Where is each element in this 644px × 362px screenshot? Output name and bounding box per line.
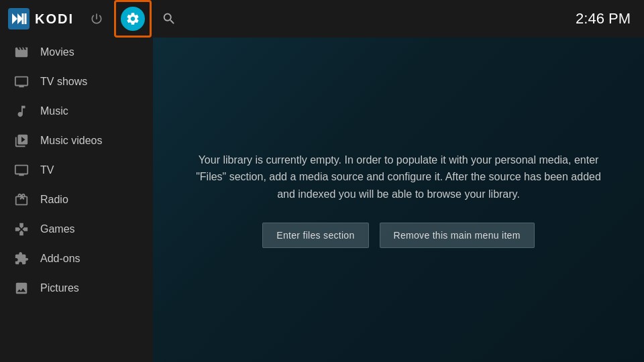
enter-files-button[interactable]: Enter files section	[262, 223, 368, 248]
radio-label: Radio	[40, 194, 68, 206]
addons-icon	[13, 251, 30, 267]
games-label: Games	[40, 223, 75, 235]
musicvideos-icon	[13, 133, 30, 149]
power-button[interactable]	[85, 7, 109, 31]
settings-icon-circle	[121, 7, 145, 31]
music-label: Music	[40, 105, 68, 117]
musicvideos-label: Music videos	[40, 135, 102, 147]
main-layout: KODI	[0, 0, 644, 362]
kodi-logo-icon	[8, 8, 30, 29]
power-icon	[90, 12, 103, 25]
library-empty-message: Your library is currently empty. In orde…	[180, 152, 616, 203]
movies-icon	[13, 44, 30, 60]
search-button[interactable]	[157, 7, 181, 31]
content-area: Your library is currently empty. In orde…	[153, 0, 644, 362]
sidebar-item-musicvideos[interactable]: Music videos	[0, 126, 153, 156]
sidebar-item-games[interactable]: Games	[0, 215, 153, 244]
sidebar: Movies TV shows Music Music videos TV	[0, 0, 153, 362]
sidebar-item-tv[interactable]: TV	[0, 156, 153, 185]
sidebar-item-music[interactable]: Music	[0, 97, 153, 126]
tv-icon	[13, 162, 30, 178]
movies-label: Movies	[40, 46, 74, 58]
pictures-icon	[13, 280, 30, 296]
top-bar: KODI	[0, 0, 644, 38]
sidebar-item-tvshows[interactable]: TV shows	[0, 67, 153, 97]
music-icon	[13, 103, 30, 119]
tvshows-icon	[13, 74, 30, 90]
sidebar-item-addons[interactable]: Add-ons	[0, 244, 153, 274]
settings-button[interactable]	[114, 0, 152, 38]
sidebar-item-radio[interactable]: Radio	[0, 185, 153, 215]
sidebar-item-movies[interactable]: Movies	[0, 38, 153, 67]
remove-menu-item-button[interactable]: Remove this main menu item	[380, 223, 535, 248]
pictures-label: Pictures	[40, 282, 79, 294]
tv-label: TV	[40, 164, 54, 176]
settings-gear-icon	[125, 11, 140, 26]
app-title: KODI	[35, 11, 74, 27]
content-buttons: Enter files section Remove this main men…	[262, 223, 534, 248]
games-icon	[13, 221, 30, 237]
kodi-logo: KODI	[8, 8, 74, 29]
sidebar-item-pictures[interactable]: Pictures	[0, 274, 153, 303]
clock: 2:46 PM	[576, 10, 631, 27]
top-bar-controls	[85, 0, 181, 38]
addons-label: Add-ons	[40, 253, 80, 265]
radio-icon	[13, 192, 30, 208]
search-icon	[162, 11, 176, 26]
tvshows-label: TV shows	[40, 76, 87, 88]
